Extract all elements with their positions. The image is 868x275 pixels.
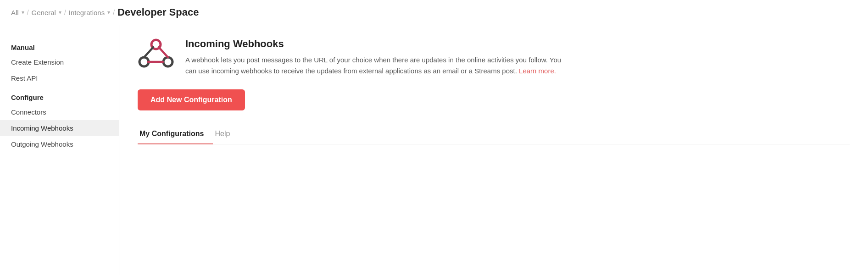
sidebar-section-title-manual: Manual: [0, 40, 119, 54]
chevron-down-icon: ▾: [107, 9, 110, 16]
sidebar-section-title-configure: Configure: [0, 90, 119, 104]
sidebar-item-connectors[interactable]: Connectors: [0, 104, 119, 120]
breadcrumb-current: Developer Space: [117, 6, 199, 18]
sidebar-section-manual: Manual Create Extension Rest API: [0, 40, 119, 86]
svg-point-1: [163, 57, 172, 66]
breadcrumb-integrations[interactable]: Integrations ▾: [69, 9, 110, 16]
sidebar-item-incoming-webhooks[interactable]: Incoming Webhooks: [0, 120, 119, 136]
breadcrumb-all-label: All: [11, 9, 19, 16]
webhook-description: A webhook lets you post messages to the …: [185, 55, 562, 77]
svg-line-4: [159, 47, 168, 57]
tabs-bar: My Configurations Help: [138, 125, 850, 144]
webhook-title: Incoming Webhooks: [185, 38, 562, 50]
chevron-down-icon: ▾: [22, 9, 24, 16]
tab-help[interactable]: Help: [213, 125, 239, 144]
chevron-down-icon: ▾: [59, 9, 61, 16]
sidebar-item-rest-api[interactable]: Rest API: [0, 70, 119, 86]
page-layout: Manual Create Extension Rest API Configu…: [0, 25, 868, 275]
webhook-icon: [138, 38, 174, 75]
add-new-configuration-button[interactable]: Add New Configuration: [138, 89, 245, 110]
sidebar-section-configure: Configure Connectors Incoming Webhooks O…: [0, 90, 119, 152]
webhook-header: Incoming Webhooks A webhook lets you pos…: [138, 38, 850, 77]
breadcrumb-general-label: General: [32, 9, 56, 16]
breadcrumb-all[interactable]: All ▾: [11, 9, 24, 16]
breadcrumb-separator-2: /: [64, 9, 66, 16]
breadcrumb-separator-3: /: [113, 9, 115, 16]
sidebar: Manual Create Extension Rest API Configu…: [0, 25, 119, 275]
learn-more-link[interactable]: Learn more.: [519, 67, 556, 75]
main-content: Incoming Webhooks A webhook lets you pos…: [119, 25, 868, 275]
webhook-info: Incoming Webhooks A webhook lets you pos…: [185, 38, 562, 77]
breadcrumb-integrations-label: Integrations: [69, 9, 105, 16]
breadcrumb-separator-1: /: [27, 9, 29, 16]
breadcrumb: All ▾ / General ▾ / Integrations ▾ / Dev…: [0, 0, 868, 25]
svg-line-3: [144, 47, 153, 57]
breadcrumb-general[interactable]: General ▾: [32, 9, 61, 16]
sidebar-item-outgoing-webhooks[interactable]: Outgoing Webhooks: [0, 136, 119, 152]
sidebar-item-create-extension[interactable]: Create Extension: [0, 54, 119, 70]
tab-my-configurations[interactable]: My Configurations: [138, 125, 213, 144]
